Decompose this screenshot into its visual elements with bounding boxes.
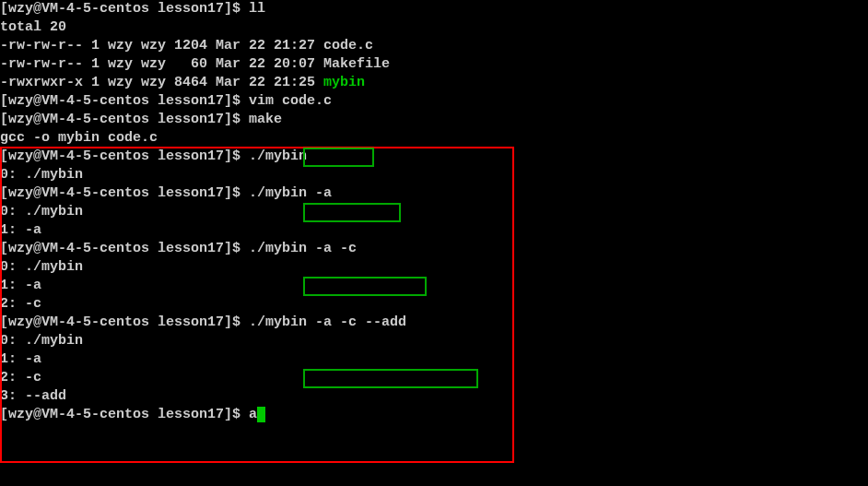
file-name: Makefile <box>323 56 390 72</box>
ll-row: -rw-rw-r-- 1 wzy wzy 1204 Mar 22 21:27 c… <box>0 37 868 55</box>
prompt: [wzy@VM-4-5-centos lesson17]$ <box>0 1 249 17</box>
prompt-line: [wzy@VM-4-5-centos lesson17]$ ll <box>0 0 868 18</box>
ll-row: -rw-rw-r-- 1 wzy wzy 60 Mar 22 20:07 Mak… <box>0 55 868 74</box>
file-perms: -rw-rw-r-- 1 wzy wzy 1204 Mar 22 21:27 <box>0 38 323 53</box>
highlight-box-green <box>303 203 401 222</box>
output-line: total 20 <box>0 18 868 37</box>
ll-row: -rwxrwxr-x 1 wzy wzy 8464 Mar 22 21:25 m… <box>0 74 868 92</box>
highlight-box-green <box>303 369 478 388</box>
prompt-line: [wzy@VM-4-5-centos lesson17]$ vim code.c <box>0 92 868 111</box>
file-name: code.c <box>323 38 373 53</box>
prompt: [wzy@VM-4-5-centos lesson17]$ <box>0 112 249 127</box>
file-name: mybin <box>323 75 365 90</box>
prompt: [wzy@VM-4-5-centos lesson17]$ <box>0 93 249 109</box>
highlight-box-green <box>303 277 427 296</box>
command-text: make <box>249 112 282 127</box>
highlight-box-green <box>303 148 374 167</box>
file-perms: -rwxrwxr-x 1 wzy wzy 8464 Mar 22 21:25 <box>0 75 323 90</box>
terminal[interactable]: [wzy@VM-4-5-centos lesson17]$ ll total 2… <box>0 0 868 424</box>
highlight-box-red <box>0 147 514 463</box>
command-text: vim code.c <box>249 93 332 109</box>
command-text: ll <box>249 1 265 17</box>
prompt-line: [wzy@VM-4-5-centos lesson17]$ make <box>0 111 868 129</box>
file-perms: -rw-rw-r-- 1 wzy wzy 60 Mar 22 20:07 <box>0 56 323 72</box>
output-line: gcc -o mybin code.c <box>0 129 868 148</box>
